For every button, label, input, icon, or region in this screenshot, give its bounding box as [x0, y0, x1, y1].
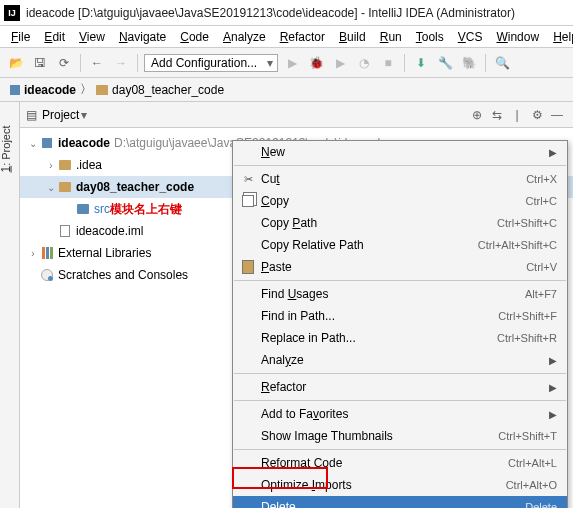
menu-item-label: Find in Path... [261, 309, 498, 323]
menu-item-replace-in-path[interactable]: Replace in Path...Ctrl+Shift+R [233, 327, 567, 349]
vcs-update-icon[interactable]: ⬇ [411, 53, 431, 73]
menu-item-label: New [261, 145, 543, 159]
menu-code[interactable]: Code [173, 29, 216, 45]
menu-item-new[interactable]: New▶ [233, 141, 567, 163]
expand-toggle-icon[interactable]: › [44, 160, 58, 171]
structure-icon[interactable]: 🔧 [435, 53, 455, 73]
annotation-text-red: 模块名上右键 [110, 201, 182, 218]
app-icon: IJ [4, 5, 20, 21]
menu-build[interactable]: Build [332, 29, 373, 45]
breadcrumb-folder[interactable]: day08_teacher_code [92, 83, 228, 97]
collapse-toggle-icon[interactable]: ⌄ [44, 182, 58, 193]
back-icon[interactable]: ← [87, 53, 107, 73]
refresh-icon[interactable]: ⟳ [54, 53, 74, 73]
menu-shortcut: Alt+F7 [525, 288, 557, 300]
menu-shortcut: Ctrl+Shift+C [497, 217, 557, 229]
menu-item-find-usages[interactable]: Find UsagesAlt+F7 [233, 283, 567, 305]
menu-shortcut: Ctrl+Alt+L [508, 457, 557, 469]
forward-icon[interactable]: → [111, 53, 131, 73]
expand-all-icon[interactable]: ⇆ [487, 105, 507, 125]
breadcrumb-project[interactable]: ideacode [6, 83, 80, 97]
menu-shortcut: Ctrl+Shift+R [497, 332, 557, 344]
module-folder-icon [59, 182, 71, 192]
menu-item-optimize-imports[interactable]: Optimize ImportsCtrl+Alt+O [233, 474, 567, 496]
project-tool-tab[interactable]: 1: Project [0, 125, 13, 172]
blank-icon [239, 286, 257, 302]
blank-icon [239, 379, 257, 395]
menu-item-delete[interactable]: Delete...Delete [233, 496, 567, 508]
menu-separator [234, 280, 566, 281]
panel-title[interactable]: ▤ Project ▾ [26, 108, 87, 122]
menu-item-find-in-path[interactable]: Find in Path...Ctrl+Shift+F [233, 305, 567, 327]
submenu-arrow-icon: ▶ [549, 147, 557, 158]
select-opened-file-icon[interactable]: ⊕ [467, 105, 487, 125]
blank-icon [239, 455, 257, 471]
menu-view[interactable]: View [72, 29, 112, 45]
menu-item-label: Find Usages [261, 287, 525, 301]
breadcrumb-label: day08_teacher_code [112, 83, 224, 97]
menu-shortcut: Ctrl+X [526, 173, 557, 185]
stop-icon[interactable]: ■ [378, 53, 398, 73]
blank-icon [239, 215, 257, 231]
blank-icon [239, 308, 257, 324]
menu-item-copy-path[interactable]: Copy PathCtrl+Shift+C [233, 212, 567, 234]
menu-navigate[interactable]: Navigate [112, 29, 173, 45]
menu-item-label: Replace in Path... [261, 331, 497, 345]
menu-item-label: Add to Favorites [261, 407, 543, 421]
cm-copy-icon [239, 193, 257, 209]
menu-item-cut[interactable]: CutCtrl+X [233, 168, 567, 190]
toolbar-separator [485, 54, 486, 72]
source-folder-icon [77, 204, 89, 214]
menu-edit[interactable]: Edit [37, 29, 72, 45]
menu-item-refactor[interactable]: Refactor▶ [233, 376, 567, 398]
search-everywhere-icon[interactable]: 🔍 [492, 53, 512, 73]
main-toolbar: 📂 🖫 ⟳ ← → Add Configuration... ▶ 🐞 ▶ ◔ ■… [0, 48, 573, 78]
settings-gear-icon[interactable]: ⚙ [527, 105, 547, 125]
menu-item-label: Copy Path [261, 216, 497, 230]
menu-window[interactable]: Window [489, 29, 546, 45]
menu-separator [234, 400, 566, 401]
menu-item-reformat-code[interactable]: Reformat CodeCtrl+Alt+L [233, 452, 567, 474]
chevron-right-icon: 〉 [80, 81, 92, 98]
save-all-icon[interactable]: 🖫 [30, 53, 50, 73]
blank-icon [239, 406, 257, 422]
blank-icon [239, 499, 257, 508]
profile-icon[interactable]: ◔ [354, 53, 374, 73]
expand-toggle-icon[interactable]: › [26, 248, 40, 259]
scratches-icon [41, 269, 53, 281]
run-icon[interactable]: ▶ [282, 53, 302, 73]
coverage-icon[interactable]: ▶ [330, 53, 350, 73]
menu-tools[interactable]: Tools [409, 29, 451, 45]
gradle-icon[interactable]: 🐘 [459, 53, 479, 73]
collapse-toggle-icon[interactable]: ⌄ [26, 138, 40, 149]
run-config-combo[interactable]: Add Configuration... [144, 54, 278, 72]
cm-paste-icon [239, 259, 257, 275]
toolbar-separator [80, 54, 81, 72]
open-file-icon[interactable]: 📂 [6, 53, 26, 73]
debug-icon[interactable]: 🐞 [306, 53, 326, 73]
separator: | [507, 105, 527, 125]
menu-item-add-to-favorites[interactable]: Add to Favorites▶ [233, 403, 567, 425]
menu-item-show-image-thumbnails[interactable]: Show Image ThumbnailsCtrl+Shift+T [233, 425, 567, 447]
blank-icon [239, 330, 257, 346]
folder-icon [96, 85, 108, 95]
menu-item-paste[interactable]: PasteCtrl+V [233, 256, 567, 278]
menu-file[interactable]: File [4, 29, 37, 45]
menu-item-analyze[interactable]: Analyze▶ [233, 349, 567, 371]
menu-run[interactable]: Run [373, 29, 409, 45]
menu-help[interactable]: Help [546, 29, 573, 45]
menu-item-label: Copy [261, 194, 526, 208]
file-icon [60, 225, 70, 237]
menu-item-copy[interactable]: CopyCtrl+C [233, 190, 567, 212]
menu-vcs[interactable]: VCS [451, 29, 490, 45]
menu-item-label: Optimize Imports [261, 478, 506, 492]
menu-item-copy-relative-path[interactable]: Copy Relative PathCtrl+Alt+Shift+C [233, 234, 567, 256]
hide-panel-icon[interactable]: — [547, 105, 567, 125]
context-menu[interactable]: New▶CutCtrl+XCopyCtrl+CCopy PathCtrl+Shi… [232, 140, 568, 508]
blank-icon [239, 144, 257, 160]
menu-refactor[interactable]: Refactor [273, 29, 332, 45]
toolbar-separator [137, 54, 138, 72]
project-icon [42, 138, 52, 148]
menu-shortcut: Ctrl+Alt+O [506, 479, 557, 491]
menu-analyze[interactable]: Analyze [216, 29, 273, 45]
